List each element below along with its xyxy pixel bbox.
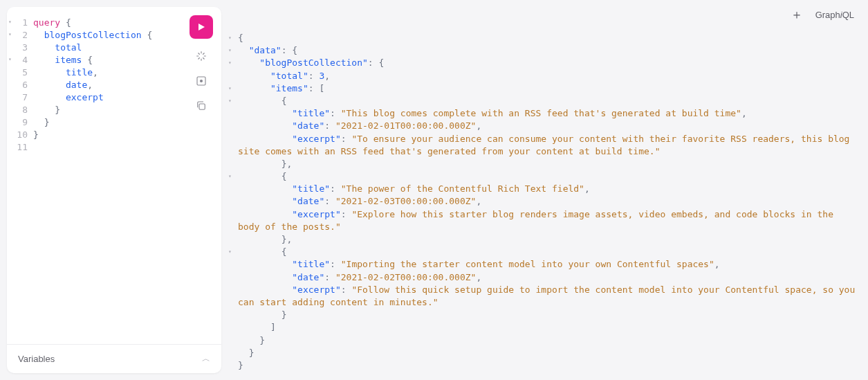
query-code[interactable]: query { blogPostCollection { total items… [33,17,214,337]
graphiql-logo: GraphiQL [815,10,854,20]
run-query-button[interactable] [190,15,213,39]
query-panel: 1▾2▾34▾567891011 query { blogPostCollect… [7,7,221,373]
sparkle-icon [195,50,207,62]
chevron-up-icon: ︿ [202,353,210,365]
line-gutter: 1▾2▾34▾567891011 [10,17,33,337]
results-header: ＋ GraphiQL [221,0,868,29]
results-body[interactable]: {▾ "data": {▾ "blogPostCollection": {▾ "… [221,29,868,380]
merge-button[interactable] [192,73,211,89]
add-tab-button[interactable]: ＋ [791,6,803,23]
variables-label: Variables [18,354,55,364]
variables-toggle[interactable]: Variables ︿ [7,344,221,373]
results-panel: ＋ GraphiQL {▾ "data": {▾ "blogPostCollec… [221,0,868,380]
svg-rect-2 [199,104,205,109]
svg-point-1 [201,80,203,82]
query-editor[interactable]: 1▾2▾34▾567891011 query { blogPostCollect… [7,7,221,344]
copy-button[interactable] [192,98,211,114]
tool-column [190,15,213,114]
frame-icon [195,75,207,87]
copy-icon [195,100,207,112]
prettify-button[interactable] [192,48,211,64]
play-icon [196,22,206,32]
